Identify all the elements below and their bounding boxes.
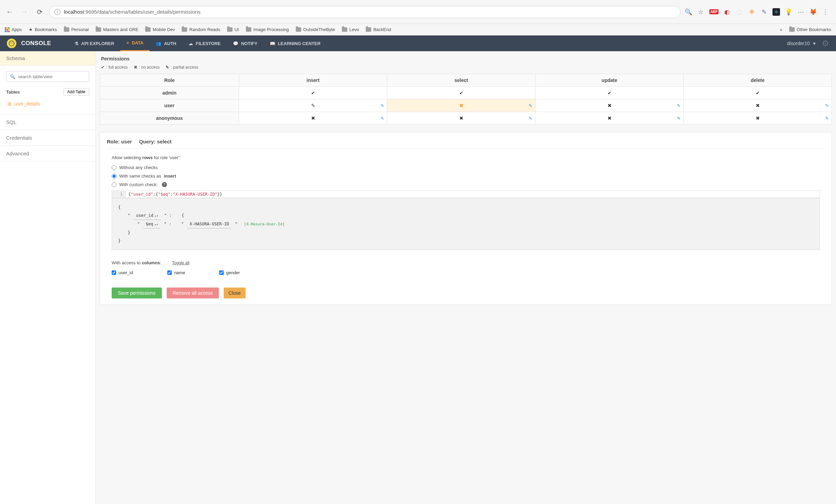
radio-custom-check[interactable]: With custom check: ? (112, 182, 820, 187)
save-permissions-button[interactable]: Save permissions (112, 288, 162, 298)
star-icon[interactable]: ☆ (697, 8, 705, 16)
react-devtools-icon[interactable]: ⚛ (772, 8, 780, 16)
extension-icon-5[interactable]: 💡 (785, 8, 792, 16)
search-table-field[interactable] (18, 74, 85, 79)
cell-user-insert[interactable]: ✎✎ (239, 99, 387, 112)
sidebar-schema-header[interactable]: Schema (0, 51, 95, 66)
remove-all-access-button[interactable]: Remove all access (167, 288, 219, 298)
abp-extension-icon[interactable]: ABP (709, 9, 719, 14)
bookmark-apps[interactable]: Apps (5, 27, 22, 32)
radio-same-as-insert-input[interactable] (112, 174, 116, 179)
builder-value-hasura-id[interactable]: X-HASURA-USER-ID (187, 220, 231, 228)
check-icon: ✔ (608, 90, 612, 96)
column-check-gender[interactable]: gender (219, 270, 240, 275)
cell-user-delete[interactable]: ✖✎ (684, 99, 832, 112)
nav-learning[interactable]: 📖LEARNING CENTER (264, 36, 327, 51)
radio-without-checks-input[interactable] (112, 165, 116, 170)
back-button[interactable]: ← (4, 6, 15, 17)
nav-auth[interactable]: 👥AUTH (150, 36, 182, 51)
extension-icon-1[interactable]: ◐ (723, 8, 731, 16)
extension-icon-2[interactable]: ◌ (736, 8, 743, 16)
extension-icon-3[interactable]: ❋ (748, 8, 755, 16)
bookmark-folder-image[interactable]: Image Processing (246, 27, 289, 32)
nav-filestore[interactable]: ☁FILESTORE (182, 36, 227, 51)
code-line-1[interactable]: {"user_id":{"$eq":"X-HASURA-USER-ID"}} (126, 191, 225, 198)
column-check-name[interactable]: name (167, 270, 185, 275)
cloud-icon: ☁ (189, 41, 193, 46)
edit-pencil-icon[interactable]: ✎ (380, 116, 384, 121)
chrome-menu-icon[interactable]: ⋮ (822, 8, 829, 16)
bookmark-folder-outside[interactable]: OutsideTheByte (296, 27, 335, 32)
close-button[interactable]: Close (224, 288, 246, 298)
checkbox-gender[interactable] (219, 270, 224, 275)
edit-pencil-icon[interactable]: ✎ (825, 116, 829, 121)
content-area: Permissions ✔ : full access ✖ : no acces… (96, 51, 836, 504)
bookmark-folder-backend[interactable]: BackEnd (366, 27, 391, 32)
nav-api-explorer[interactable]: ⚗API EXPLORER (68, 36, 121, 51)
cell-anon-select[interactable]: ✖✎ (387, 112, 535, 125)
sidebar: Schema 🔍 Tables Add Table ⊞ user_details… (0, 51, 96, 504)
app-navbar: CONSOLE ⚗API EXPLORER ≡DATA 👥AUTH ☁FILES… (0, 36, 836, 51)
settings-gear-icon[interactable]: ⚙ (822, 39, 829, 48)
database-icon: ≡ (126, 40, 129, 45)
bookmark-folder-masters[interactable]: Masters and GRE (96, 27, 138, 32)
zoom-icon[interactable]: 🔍 (685, 8, 692, 16)
edit-pencil-icon[interactable]: ✎ (529, 103, 532, 108)
builder-close-2: } (118, 237, 813, 245)
folder-icon (342, 27, 347, 32)
permissions-legend: ✔ : full access ✖ : no access ✎ : partia… (100, 65, 832, 70)
svg-point-1 (11, 42, 11, 43)
radio-without-checks[interactable]: Without any checks (112, 165, 820, 170)
site-info-icon[interactable]: i (54, 9, 60, 15)
reload-button[interactable]: ⟳ (34, 6, 45, 17)
cell-user-select[interactable]: ✖✎ (387, 99, 535, 112)
cell-anon-insert[interactable]: ✖✎ (239, 112, 387, 125)
app-logo-icon[interactable] (7, 39, 16, 48)
custom-check-code-editor[interactable]: 1 {"user_id":{"$eq":"X-HASURA-USER-ID"}} (112, 191, 820, 198)
help-icon[interactable]: ? (162, 182, 167, 187)
bookmark-folder-personal[interactable]: Personal (64, 27, 89, 32)
check-icon: ✔ (756, 90, 760, 96)
bookmark-folder-levo[interactable]: Levo (342, 27, 359, 32)
radio-same-as-insert[interactable]: With same checks as insert (112, 173, 820, 179)
checkbox-name[interactable] (167, 270, 172, 275)
url-host: localhost (64, 9, 84, 15)
sidebar-sql[interactable]: SQL (0, 114, 95, 130)
extension-icon-4[interactable]: ✎ (760, 8, 768, 16)
user-menu[interactable]: disorder10 ▾ (787, 41, 816, 46)
cell-anon-delete[interactable]: ✖✎ (684, 112, 832, 125)
bookmark-folder-ui[interactable]: UI (227, 27, 239, 32)
edit-pencil-icon[interactable]: ✎ (825, 103, 829, 108)
cell-user-update[interactable]: ✖✎ (535, 99, 684, 112)
checkbox-user-id[interactable] (112, 270, 116, 275)
nav-notify[interactable]: 💬NOTIFY (227, 36, 264, 51)
bookmark-other[interactable]: Other Bookmarks (789, 27, 831, 32)
cell-anon-update[interactable]: ✖✎ (535, 112, 684, 125)
edit-pencil-icon[interactable]: ✎ (677, 103, 681, 108)
address-bar[interactable]: i localhost:9695/data/schema/tables/user… (49, 6, 681, 18)
sidebar-advanced[interactable]: Advanced (0, 146, 95, 162)
extension-icon-6[interactable]: ⋯ (797, 8, 805, 16)
bookmark-bookmarks[interactable]: ★ Bookmarks (29, 27, 57, 32)
nav-data[interactable]: ≡DATA (120, 36, 150, 51)
forward-button[interactable]: → (19, 6, 30, 17)
builder-op-eq[interactable]: $eq▴▾ (143, 220, 160, 228)
edit-pencil-icon[interactable]: ✎ (529, 116, 532, 121)
bookmark-folder-random[interactable]: Random Reads (182, 27, 220, 32)
x-icon: ✖ (608, 115, 612, 121)
edit-pencil-icon[interactable]: ✎ (380, 103, 384, 108)
edit-pencil-icon[interactable]: ✎ (677, 116, 681, 121)
bookmark-folder-mobile[interactable]: Mobile Dev (145, 27, 175, 32)
column-check-user-id[interactable]: user_id (112, 270, 133, 275)
extension-icon-7[interactable]: 🦊 (809, 8, 817, 16)
sidebar-credentials[interactable]: Credentials (0, 130, 95, 146)
bookmark-overflow[interactable]: » (780, 27, 782, 32)
chevron-down-icon: ▾ (813, 41, 816, 46)
toggle-all-link[interactable]: Toggle all (172, 261, 190, 265)
sidebar-table-user-details[interactable]: ⊞ user_details (6, 99, 89, 109)
builder-key-user-id[interactable]: user_id▴▾ (134, 211, 160, 220)
search-table-input[interactable]: 🔍 (6, 71, 89, 82)
x-icon: ✖ (756, 103, 760, 108)
radio-custom-check-input[interactable] (112, 182, 116, 187)
add-table-button[interactable]: Add Table (64, 88, 89, 96)
